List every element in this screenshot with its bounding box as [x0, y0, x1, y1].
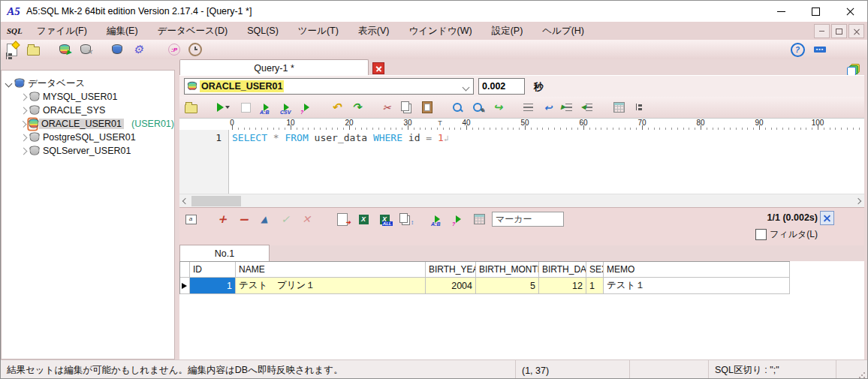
settings-button[interactable]: ⚙: [130, 41, 146, 58]
load-sql-button[interactable]: [182, 99, 199, 116]
mdi-minimize-button[interactable]: [814, 24, 830, 38]
menu-settings[interactable]: 設定(P): [482, 22, 533, 41]
cell-id[interactable]: 1: [190, 278, 236, 294]
jump-button[interactable]: ↪: [490, 99, 506, 116]
marker-input[interactable]: [492, 212, 564, 227]
db-connect-button[interactable]: ▶: [56, 41, 73, 58]
column-header-birth-month[interactable]: BIRTH_MONTH: [476, 262, 539, 278]
cell-birth-month[interactable]: 5: [476, 278, 539, 294]
cell-name[interactable]: テスト プリン１: [236, 278, 426, 294]
analyze-structure-button[interactable]: [631, 99, 647, 116]
tree-item-mysql[interactable]: MYSQL_USER01: [2, 90, 174, 104]
cut-button[interactable]: ✂: [378, 99, 395, 116]
mdi-system-menu[interactable]: SQL: [1, 24, 27, 38]
export-excel-all-button[interactable]: XALL: [376, 211, 393, 227]
cell-memo[interactable]: テスト１: [604, 278, 790, 294]
maximize-button[interactable]: [798, 1, 833, 22]
menu-sql[interactable]: SQL(S): [237, 23, 288, 39]
redo-button[interactable]: ↷: [348, 99, 365, 116]
column-header-id[interactable]: ID: [190, 262, 236, 278]
sql-code-line[interactable]: SELECT * FROM user_data WHERE id = 1↲: [232, 132, 448, 143]
menu-view[interactable]: 表示(V): [348, 22, 399, 41]
cell-select-mode-button[interactable]: a: [182, 211, 199, 227]
result-tab-no1[interactable]: No.1: [179, 245, 270, 262]
column-header-birth-year[interactable]: BIRTH_YEAR: [426, 262, 476, 278]
undo-button[interactable]: ↶: [328, 99, 345, 116]
outdent-button[interactable]: ◀: [580, 99, 597, 116]
delete-row-button[interactable]: −: [235, 211, 252, 227]
tree-panel-toggle-button[interactable]: [3, 50, 15, 62]
column-header-sex[interactable]: SEX: [586, 262, 604, 278]
indent-button[interactable]: ▶: [560, 99, 577, 116]
copy-with-header-button[interactable]: ↕: [397, 211, 414, 227]
cell-birth-day[interactable]: 12: [539, 278, 586, 294]
history-button[interactable]: [187, 41, 203, 58]
stop-button[interactable]: [237, 99, 254, 116]
chevron-down-icon[interactable]: [5, 80, 13, 87]
paste-button[interactable]: [419, 99, 436, 116]
scroll-left-button[interactable]: [180, 197, 191, 206]
run-button[interactable]: [212, 99, 234, 116]
column-header-memo[interactable]: MEMO: [604, 262, 790, 278]
menu-tools[interactable]: ツール(T): [288, 22, 348, 41]
tree-item-oracle-sys[interactable]: ORACLE_SYS: [2, 104, 174, 117]
databases-button[interactable]: [109, 41, 125, 58]
unformat-sql-button[interactable]: ↩: [540, 99, 556, 116]
elapsed-time-field[interactable]: [478, 78, 525, 95]
find-button[interactable]: [449, 99, 466, 116]
cancel-changes-button[interactable]: ✕: [298, 211, 315, 227]
open-file-button[interactable]: [25, 41, 41, 58]
format-sql-button[interactable]: [520, 99, 536, 116]
cell-sex[interactable]: 1: [586, 278, 604, 294]
run-to-csv-button[interactable]: CSV: [278, 99, 294, 116]
edit-row-button[interactable]: ▲: [256, 211, 273, 227]
close-button[interactable]: [833, 1, 867, 22]
chevron-right-icon[interactable]: [20, 93, 28, 101]
replace-button[interactable]: ✎: [469, 99, 486, 116]
menu-file[interactable]: ファイル(F): [27, 22, 97, 41]
chevron-down-icon[interactable]: [463, 84, 470, 92]
resize-grip[interactable]: [858, 371, 866, 379]
scroll-right-button[interactable]: [853, 197, 863, 206]
scrollbar-thumb[interactable]: [191, 196, 241, 206]
tree-item-oracle-user01[interactable]: ORACLE_USER01 (USER01): [2, 117, 174, 131]
explain-plan-button[interactable]: ?: [298, 99, 315, 116]
menu-help[interactable]: ヘルプ(H): [532, 22, 594, 41]
tree-root-databases[interactable]: データベース: [2, 77, 174, 90]
tree-item-sqlserver[interactable]: SQLServer_USER01: [2, 144, 174, 158]
menu-edit[interactable]: 編集(E): [97, 22, 148, 41]
minimize-button[interactable]: [764, 1, 798, 22]
tab-query-1[interactable]: Query-1 *: [179, 59, 369, 76]
export-excel-button[interactable]: X: [355, 211, 372, 227]
export-result-button[interactable]: ➔: [334, 211, 351, 227]
rerun-explain-button[interactable]: ?: [450, 211, 466, 227]
column-header-name[interactable]: NAME: [236, 262, 426, 278]
insert-row-button[interactable]: +: [214, 211, 231, 227]
grid-option-button[interactable]: [471, 211, 487, 227]
chevron-right-icon[interactable]: [20, 107, 28, 114]
copy-button[interactable]: [399, 99, 415, 116]
db-disconnect-button[interactable]: ✕: [77, 41, 94, 58]
mdi-restore-button[interactable]: [831, 24, 847, 38]
more-commands-button[interactable]: ▪▪▪: [812, 41, 828, 58]
mdi-close-button[interactable]: [848, 24, 864, 38]
feedback-button[interactable]: :P: [166, 41, 182, 58]
tree-item-postgresql[interactable]: PostgreSQL_USER01: [2, 131, 174, 144]
sql-editor[interactable]: 1 SELECT * FROM user_data WHERE id = 1↲: [179, 130, 864, 194]
query-designer-button[interactable]: [610, 99, 627, 116]
menu-database[interactable]: データベース(D): [148, 22, 238, 41]
database-select[interactable]: ORACLE_USER01: [184, 78, 474, 95]
close-results-button[interactable]: [820, 211, 834, 225]
post-changes-button[interactable]: ✓: [277, 211, 294, 227]
tab-close-button[interactable]: [372, 62, 384, 74]
menu-window[interactable]: ウインドウ(W): [399, 22, 482, 41]
rerun-selection-button[interactable]: A:B: [429, 211, 445, 227]
run-selection-button[interactable]: A:B: [258, 99, 274, 116]
chevron-right-icon[interactable]: [20, 147, 28, 155]
editor-hscrollbar[interactable]: [179, 194, 864, 208]
help-button[interactable]: ?: [789, 41, 806, 58]
chevron-right-icon[interactable]: [20, 121, 26, 128]
filter-checkbox[interactable]: [755, 229, 767, 240]
filter-control[interactable]: フィルタ(L): [755, 228, 818, 241]
chevron-right-icon[interactable]: [20, 134, 28, 141]
